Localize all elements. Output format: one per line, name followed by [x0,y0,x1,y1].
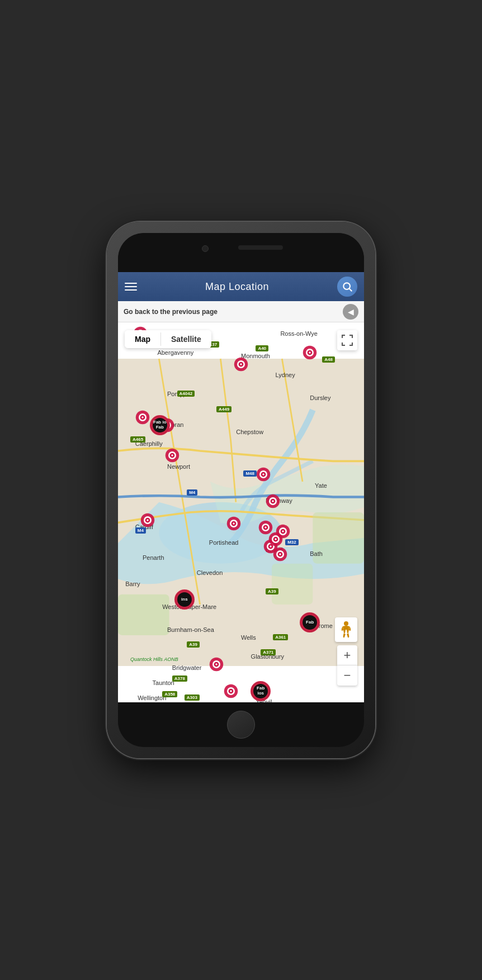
road-label: A4042 [177,391,195,397]
road-label: M32 [285,539,299,545]
road-label: A48 [322,356,335,363]
road-label: A465 [130,436,145,443]
svg-point-78 [230,690,233,692]
map-pin-2[interactable] [302,345,318,360]
road-label: A361 [273,634,288,640]
map-pin-13[interactable] [275,524,291,539]
page-title: Map Location [205,281,269,293]
road-label: M4 [135,527,146,534]
map-pin-14[interactable] [272,546,288,562]
city-label: Taunton [153,679,174,686]
svg-point-46 [272,500,274,502]
map-tab[interactable]: Map [125,330,160,348]
city-label: Chepstow [236,429,263,435]
phone-inner: Map Location Go back to the previous pag… [118,233,364,747]
phone-top-bar [118,233,364,272]
map-pin-6[interactable] [256,467,271,482]
map-pin-18[interactable]: Fab io Fab [150,415,170,435]
map-pin-16[interactable] [209,656,224,672]
svg-point-14 [240,363,242,365]
city-label: Penarth [143,554,164,561]
map-container: Map Satellite Ross-on-WyeAbergavennyMonm… [118,322,364,702]
city-label: Burnham-on-Sea [167,626,214,633]
road-label: A358 [162,691,177,697]
svg-point-38 [147,519,149,521]
phone-frame: Map Location Go back to the previous pag… [107,222,375,758]
map-pin-8[interactable] [226,516,242,531]
svg-point-50 [264,526,267,529]
svg-point-79 [344,621,348,626]
search-button[interactable] [337,277,357,297]
map-pin-17[interactable] [223,683,239,699]
svg-point-0 [343,283,350,289]
map-pin-19[interactable]: ins [174,589,195,610]
zoom-in-button[interactable]: + [337,645,357,665]
city-label: Wells [241,634,256,641]
map-pin-3[interactable] [135,410,150,425]
back-bar: Go back to the previous page ◀ [118,301,364,322]
zoom-out-button[interactable]: − [337,665,357,686]
svg-point-22 [141,416,144,418]
fullscreen-button[interactable] [337,330,357,350]
svg-point-66 [280,553,282,555]
road-label: A39 [187,641,200,648]
back-text: Go back to the previous page [124,308,218,316]
map-toggle: Map Satellite [125,330,211,348]
city-label: Barry [125,581,140,587]
city-label: Clevedon [197,569,223,576]
map-pin-7[interactable] [140,512,155,528]
svg-point-34 [262,473,264,475]
svg-point-42 [233,523,235,525]
road-label: A449 [216,406,231,412]
streetview-button[interactable] [335,617,357,642]
map-pin-9[interactable] [265,493,281,509]
map-pin-1[interactable] [233,356,249,372]
svg-rect-4 [118,594,169,635]
road-label: A39 [266,588,278,594]
road-label: M4 [187,489,197,496]
zoom-controls: + − [337,645,357,686]
city-label: Lydney [276,372,295,378]
city-label: Newport [167,463,190,470]
speaker [238,245,283,250]
city-label: Bath [310,550,323,557]
svg-line-1 [349,289,352,292]
app-header: Map Location [118,272,364,301]
svg-point-74 [215,663,218,665]
screen: Map Location Go back to the previous pag… [118,272,364,702]
svg-rect-6 [272,564,313,605]
city-label: Quantock Hills AONB [130,656,178,662]
road-label: A378 [172,675,187,682]
city-label: Yate [315,482,327,489]
camera [202,245,209,252]
road-label: A303 [185,694,200,701]
svg-point-30 [171,454,173,456]
city-label: Dursley [310,394,330,401]
road-label: M48 [243,470,257,477]
map-pin-5[interactable] [164,448,180,463]
svg-point-62 [282,530,284,532]
city-label: Bridgwater [172,664,202,671]
phone-bottom-bar [118,702,364,747]
city-label: Abergavenny [157,349,193,356]
city-label: Ross-on-Wye [280,330,318,337]
city-label: Portishead [209,539,239,546]
map-pin-21[interactable]: Fab ios [251,681,271,701]
menu-button[interactable] [125,283,137,291]
svg-point-18 [309,352,311,354]
satellite-tab[interactable]: Satellite [161,330,211,348]
back-button[interactable]: ◀ [343,304,358,320]
road-label: A40 [256,345,268,351]
road-label: A371 [261,649,276,655]
home-button[interactable] [227,711,255,739]
